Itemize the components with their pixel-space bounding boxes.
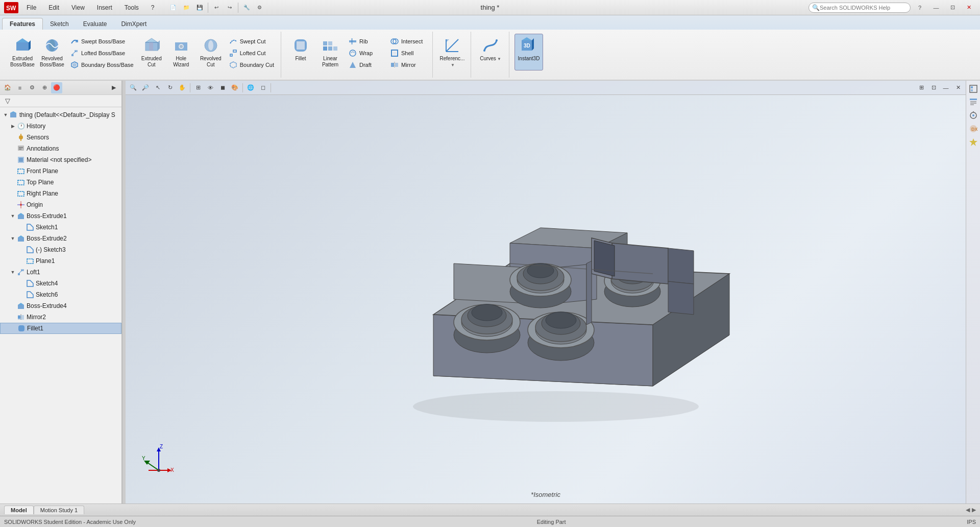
- undo-btn[interactable]: ↩: [210, 2, 223, 14]
- tree-config-btn[interactable]: ⚙: [27, 82, 38, 93]
- vp-close-btn[interactable]: ✕: [952, 82, 964, 93]
- tree-origin[interactable]: ▶ Origin: [0, 199, 121, 210]
- zoom-to-fit-btn[interactable]: 🔍: [128, 82, 139, 93]
- menu-tools[interactable]: Tools: [120, 3, 143, 12]
- tree-target-btn[interactable]: ⊕: [39, 82, 50, 93]
- search-input[interactable]: [820, 5, 891, 11]
- open-btn[interactable]: 📁: [180, 2, 192, 14]
- boss-extrude2-expand[interactable]: ▼: [9, 235, 16, 242]
- extruded-boss-base-btn[interactable]: ExtrudedBoss/Base: [8, 34, 37, 70]
- redo-btn[interactable]: ↪: [224, 2, 236, 14]
- tree-boss-extrude4[interactable]: ▶ Boss-Extrude4: [0, 300, 121, 312]
- rotate-btn[interactable]: ↻: [164, 82, 176, 93]
- display-manager-btn[interactable]: [967, 83, 979, 95]
- save-btn[interactable]: 💾: [193, 2, 206, 14]
- vp-split-btn[interactable]: ⊡: [928, 82, 939, 93]
- viewport[interactable]: 🔍 🔎 ↖ ↻ ✋ ⊞ 👁 ◼ 🎨 🌐 ◻ ⊞ ⊡ — ✕: [126, 81, 966, 504]
- extruded-cut-btn[interactable]: ExtrudedCut: [137, 34, 166, 70]
- intersect-btn[interactable]: Intersect: [387, 36, 428, 47]
- filter-icon[interactable]: ▽: [2, 95, 13, 107]
- tree-history[interactable]: ▶ 🕐 History: [0, 121, 121, 132]
- rib-btn[interactable]: Rib: [346, 36, 386, 47]
- hole-wizard-btn[interactable]: HoleWizard: [167, 34, 195, 70]
- search-bar[interactable]: 🔍: [808, 3, 911, 13]
- boss-extrude1-expand[interactable]: ▼: [9, 212, 16, 220]
- tree-fillet1[interactable]: ▶ Fillet1: [0, 323, 121, 334]
- menu-insert[interactable]: Insert: [93, 3, 116, 12]
- tab-features[interactable]: Features: [2, 18, 43, 30]
- tree-sketch1[interactable]: ▶ Sketch1: [0, 222, 121, 233]
- tab-model[interactable]: Model: [4, 506, 34, 514]
- tree-right-plane[interactable]: ▶ Right Plane: [0, 188, 121, 199]
- tab-motion-study-1[interactable]: Motion Study 1: [34, 506, 84, 514]
- curves-btn[interactable]: Curves▼: [476, 34, 505, 70]
- vp-min-btn[interactable]: —: [940, 82, 951, 93]
- fillet-btn[interactable]: Fillet: [286, 34, 315, 70]
- options-btn[interactable]: ⚙: [254, 2, 266, 14]
- tree-plane1[interactable]: ▶ Plane1: [0, 255, 121, 267]
- favorite-manager-btn[interactable]: [967, 136, 979, 148]
- lofted-cut-btn[interactable]: Lofted Cut: [226, 47, 277, 59]
- tab-dimxpert[interactable]: DimXpert: [114, 18, 154, 30]
- scene-btn[interactable]: 🌐: [245, 82, 256, 93]
- help-btn[interactable]: ?: [913, 2, 927, 13]
- reference-geometry-btn[interactable]: Referenc...▼: [438, 34, 467, 70]
- close-btn[interactable]: ✕: [962, 2, 976, 13]
- tree-annotations[interactable]: ▶ Annotations: [0, 143, 121, 154]
- linear-pattern-btn[interactable]: LinearPattern: [316, 34, 345, 70]
- tree-sketch4[interactable]: ▶ Sketch4: [0, 278, 121, 289]
- swept-cut-btn[interactable]: Swept Cut: [226, 36, 277, 47]
- section-view-btn[interactable]: ◻: [257, 82, 268, 93]
- loft1-expand[interactable]: ▼: [9, 269, 16, 276]
- scroll-right[interactable]: ▶: [972, 507, 976, 513]
- root-expand[interactable]: ▼: [2, 111, 9, 118]
- hide-show-btn[interactable]: 👁: [205, 82, 216, 93]
- property-manager-btn[interactable]: [967, 96, 979, 108]
- tree-loft1[interactable]: ▼ Loft1: [0, 267, 121, 278]
- tree-root[interactable]: ▼ thing (Default<<Default>_Display S: [0, 109, 121, 121]
- zoom-in-btn[interactable]: 🔎: [140, 82, 151, 93]
- tree-sketch6[interactable]: ▶ Sketch6: [0, 289, 121, 300]
- revolved-boss-base-btn[interactable]: RevolvedBoss/Base: [38, 34, 66, 70]
- tree-front-plane[interactable]: ▶ Front Plane: [0, 165, 121, 177]
- lofted-boss-btn[interactable]: Lofted Boss/Base: [67, 47, 136, 59]
- tree-sketch3[interactable]: ▶ (-) Sketch3: [0, 244, 121, 255]
- tree-color-btn[interactable]: 🔴: [51, 82, 62, 93]
- shell-btn[interactable]: Shell: [387, 47, 428, 59]
- swept-boss-btn[interactable]: Swept Boss/Base: [67, 36, 136, 47]
- tab-sketch[interactable]: Sketch: [43, 18, 76, 30]
- tree-mirror2[interactable]: ▶ Mirror2: [0, 312, 121, 323]
- config-manager-btn[interactable]: [967, 109, 979, 122]
- view-orient-btn[interactable]: ⊞: [192, 82, 204, 93]
- draft-btn[interactable]: Draft: [346, 59, 386, 70]
- tree-boss-extrude2[interactable]: ▼ Boss-Extrude2: [0, 233, 121, 244]
- menu-file[interactable]: File: [22, 3, 40, 12]
- pan-btn[interactable]: ✋: [177, 82, 188, 93]
- boundary-boss-btn[interactable]: Boundary Boss/Base: [67, 59, 136, 70]
- mirror-btn[interactable]: Mirror: [387, 59, 428, 70]
- vp-expand-btn[interactable]: ⊞: [916, 82, 927, 93]
- menu-edit[interactable]: Edit: [44, 3, 63, 12]
- tree-list-btn[interactable]: ≡: [14, 82, 26, 93]
- tree-top-plane[interactable]: ▶ Top Plane: [0, 177, 121, 188]
- history-expand[interactable]: ▶: [9, 123, 16, 130]
- appearance-btn[interactable]: 🎨: [229, 82, 240, 93]
- tree-sensors[interactable]: ▶ Sensors: [0, 132, 121, 143]
- menu-help[interactable]: ?: [147, 3, 159, 12]
- revolved-cut-btn[interactable]: RevolvedCut: [197, 34, 225, 70]
- boundary-cut-btn[interactable]: Boundary Cut: [226, 59, 277, 70]
- tree-expand-btn[interactable]: ▶: [108, 82, 119, 93]
- new-btn[interactable]: 📄: [167, 2, 179, 14]
- tree-material[interactable]: ▶ Material <not specified>: [0, 154, 121, 165]
- select-btn[interactable]: ↖: [152, 82, 163, 93]
- menu-view[interactable]: View: [67, 3, 89, 12]
- wrap-btn[interactable]: Wrap: [346, 47, 386, 59]
- minimize-btn[interactable]: —: [929, 2, 943, 13]
- tree-boss-extrude1[interactable]: ▼ Boss-Extrude1: [0, 210, 121, 222]
- tab-evaluate[interactable]: Evaluate: [76, 18, 114, 30]
- display-style-btn[interactable]: ◼: [217, 82, 228, 93]
- maximize-btn[interactable]: ⊡: [945, 2, 960, 13]
- rebuild-btn[interactable]: 🔧: [240, 2, 253, 14]
- dimxpert-manager-btn[interactable]: DX: [967, 123, 979, 135]
- scroll-left[interactable]: ◀: [966, 507, 970, 513]
